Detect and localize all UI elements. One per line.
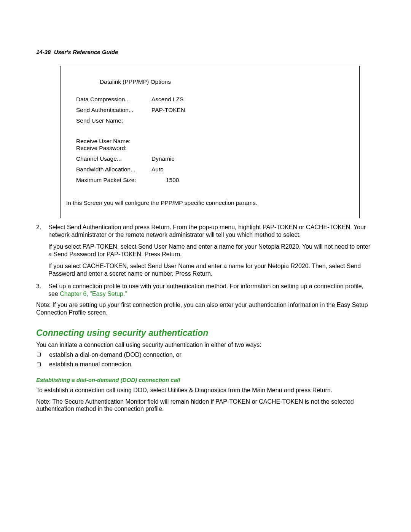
screen-row-value: Auto (151, 166, 164, 173)
screen-row: Send User Name: (76, 117, 352, 124)
screen-row-label: Receive User Name: (76, 138, 151, 145)
step-number: 3. (36, 283, 48, 297)
screen-row-label: Maximum Packet Size: (76, 177, 166, 184)
screen-title: Datalink (PPP/MP) Options (100, 78, 352, 85)
document-page: 14-38 User's Reference Guide Datalink (P… (0, 0, 411, 532)
screen-footer-text: In this Screen you will configure the PP… (66, 200, 352, 206)
step-body: Set up a connection profile to use with … (48, 283, 375, 297)
screen-row-value: Dynamic (151, 155, 174, 162)
screen-row-label: Receive Password: (76, 145, 151, 152)
screen-row-label: Send Authentication... (76, 107, 151, 113)
step-paragraph: Set up a connection profile to use with … (48, 283, 375, 297)
screen-row: Channel Usage... Dynamic (76, 155, 352, 162)
bullet-list: establish a dial-on-demand (DOD) connect… (36, 351, 375, 368)
screen-rows-group-2: Receive User Name: Receive Password: Cha… (76, 138, 352, 184)
body-content: 2. Select Send Authentication and press … (36, 224, 375, 413)
dod-paragraph: To establish a connection call using DOD… (36, 387, 375, 394)
section-heading: Connecting using security authentication (36, 328, 375, 338)
list-item-text: establish a dial-on-demand (DOD) connect… (49, 351, 182, 359)
screen-row-value: Ascend LZS (151, 96, 183, 103)
step-body: Select Send Authentication and press Ret… (48, 224, 375, 277)
screen-row-value: 1500 (166, 177, 179, 184)
screen-row: Receive Password: (76, 145, 352, 152)
note-paragraph: Note: If you are setting up your first c… (36, 301, 375, 316)
sub-heading: Establishing a dial-on-demand (DOD) conn… (36, 377, 375, 383)
terminal-screen-box: Datalink (PPP/MP) Options Data Compressi… (61, 66, 360, 218)
screen-row-label: Data Compression... (76, 96, 151, 103)
screen-row-label: Send User Name: (76, 117, 151, 124)
screen-row: Data Compression... Ascend LZS (76, 96, 352, 103)
page-header: 14-38 User's Reference Guide (36, 49, 375, 55)
screen-row: Maximum Packet Size: 1500 (76, 177, 352, 184)
step-number: 2. (36, 224, 48, 277)
screen-row-label: Channel Usage... (76, 155, 151, 162)
screen-row-value: PAP-TOKEN (151, 107, 185, 113)
screen-rows-group-1: Data Compression... Ascend LZS Send Auth… (76, 96, 352, 124)
note-paragraph: Note: The Secure Authentication Monitor … (36, 398, 375, 413)
list-item: establish a manual connection. (36, 361, 375, 368)
step-paragraph: Select Send Authentication and press Ret… (48, 224, 375, 238)
section-intro: You can initiate a connection call using… (36, 341, 375, 349)
chapter-link[interactable]: Chapter 6, "Easy Setup." (60, 291, 127, 297)
screen-row: Send Authentication... PAP-TOKEN (76, 107, 352, 113)
page-header-text: 14-38 User's Reference Guide (36, 49, 118, 55)
square-bullet-icon (37, 353, 41, 356)
screen-row-label: Bandwidth Allocation... (76, 166, 151, 173)
step-paragraph: If you select PAP-TOKEN, select Send Use… (48, 243, 375, 258)
screen-row: Bandwidth Allocation... Auto (76, 166, 352, 173)
screen-row: Receive User Name: (76, 138, 352, 145)
step-item: 3. Set up a connection profile to use wi… (36, 283, 375, 297)
step-paragraph: If you select CACHE-TOKEN, select Send U… (48, 262, 375, 277)
square-bullet-icon (37, 363, 41, 366)
list-item: establish a dial-on-demand (DOD) connect… (36, 351, 375, 359)
step-item: 2. Select Send Authentication and press … (36, 224, 375, 277)
list-item-text: establish a manual connection. (49, 361, 133, 368)
